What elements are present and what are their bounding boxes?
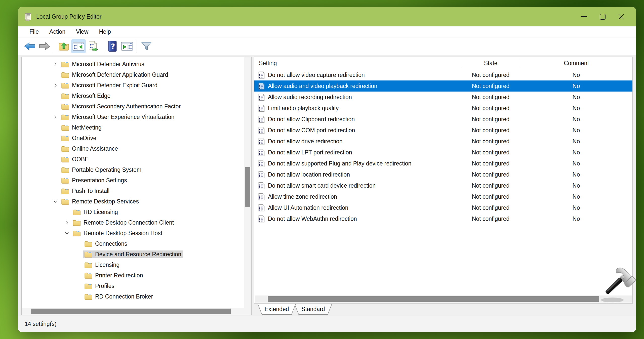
tree-item-content[interactable]: NetMeeting [60, 124, 104, 132]
tree-item-content[interactable]: Microsoft Secondary Authentication Facto… [60, 103, 183, 110]
minimize-button[interactable] [575, 7, 593, 26]
setting-row[interactable]: Allow time zone redirectionNot configure… [254, 191, 632, 202]
setting-row[interactable]: Do not allow drive redirectionNot config… [254, 136, 632, 147]
tree-item-content[interactable]: Connections [83, 240, 129, 248]
menu-action[interactable]: Action [44, 28, 71, 35]
column-header-setting[interactable]: Setting [254, 59, 461, 68]
setting-row[interactable]: Allow audio and video playback redirecti… [254, 80, 632, 92]
maximize-button[interactable] [593, 7, 612, 26]
tree-item-content[interactable]: Microsoft Defender Application Guard [60, 71, 170, 79]
tree-item[interactable]: Remote Desktop Session Host [22, 228, 244, 238]
setting-row[interactable]: Do not allow Clipboard redirectionNot co… [254, 114, 632, 125]
setting-row[interactable]: Allow UI Automation redirectionNot confi… [254, 202, 632, 213]
chevron-down-icon[interactable] [52, 198, 59, 205]
setting-row[interactable]: Allow audio recording redirectionNot con… [254, 92, 632, 103]
tree-item[interactable]: Microsoft Secondary Authentication Facto… [22, 101, 244, 112]
forward-button[interactable] [37, 39, 52, 53]
menu-help[interactable]: Help [94, 28, 116, 35]
help-button[interactable]: ? [105, 39, 120, 53]
show-console-tree-button[interactable] [71, 39, 86, 53]
tree-item[interactable]: OneDrive [22, 133, 244, 143]
filter-button[interactable] [139, 39, 154, 53]
list-horizontal-scrollbar-thumb[interactable] [268, 296, 599, 302]
tree-item[interactable]: Remote Desktop Services [22, 196, 244, 207]
tree-item[interactable]: Microsoft Edge [22, 91, 244, 101]
title-bar[interactable]: Local Group Policy Editor [18, 7, 636, 26]
tree-item[interactable]: RD Licensing [22, 207, 244, 217]
tree-item-content[interactable]: RD Connection Broker [83, 293, 155, 301]
tree-item[interactable]: Push To Install [22, 186, 244, 196]
tree-item[interactable]: Microsoft User Experience Virtualization [22, 112, 244, 122]
tree-item[interactable]: Portable Operating System [22, 164, 244, 175]
setting-name: Allow audio recording redirection [268, 94, 352, 101]
chevron-right-icon[interactable] [52, 82, 59, 89]
tree-horizontal-scrollbar-thumb[interactable] [31, 309, 231, 314]
chevron-right-icon[interactable] [64, 219, 70, 226]
tree-item-content[interactable]: Licensing [83, 261, 122, 269]
tree-item-content[interactable]: Microsoft User Experience Virtualization [60, 113, 176, 121]
list-horizontal-scrollbar[interactable] [255, 295, 632, 303]
folder-icon [84, 293, 92, 300]
setting-comment: No [520, 138, 632, 145]
menu-file[interactable]: File [24, 28, 44, 35]
export-list-button[interactable] [86, 39, 100, 53]
tree-item[interactable]: Printer Redirection [22, 270, 244, 281]
tree-item-selected-highlight[interactable]: Device and Resource Redirection [83, 250, 183, 258]
tree-item-content[interactable]: Online Assistance [60, 145, 120, 153]
tree-item[interactable]: NetMeeting [22, 122, 244, 133]
tree-item[interactable]: Remote Desktop Connection Client [22, 217, 244, 228]
tree-item-content[interactable]: Remote Desktop Session Host [72, 229, 164, 237]
tree-item-content[interactable]: Push To Install [60, 187, 111, 195]
folder-icon [61, 103, 69, 110]
menu-view[interactable]: View [71, 28, 94, 35]
show-action-pane-button[interactable] [120, 39, 134, 53]
close-button[interactable] [612, 7, 630, 26]
setting-row[interactable]: Do not allow supported Plug and Play dev… [254, 158, 632, 169]
tree-item-content[interactable]: RD Licensing [72, 208, 120, 216]
setting-comment: No [520, 204, 632, 211]
tree-item[interactable]: RD Connection Broker [22, 291, 244, 302]
tree-item-content[interactable]: Remote Desktop Services [60, 198, 141, 205]
tree-item[interactable]: Presentation Settings [22, 175, 244, 186]
tree-item[interactable]: OOBE [22, 154, 244, 164]
up-one-level-button[interactable] [57, 39, 71, 53]
chevron-down-icon[interactable] [64, 230, 70, 236]
tree-item-content[interactable]: Profiles [83, 282, 116, 290]
tree-item-content[interactable]: Microsoft Defender Antivirus [60, 60, 146, 68]
tree-item[interactable]: Licensing [22, 260, 244, 270]
column-header-comment[interactable]: Comment [520, 59, 632, 68]
tab-standard[interactable]: Standard [294, 304, 332, 315]
tree-vertical-scrollbar-thumb[interactable] [245, 167, 250, 207]
setting-row[interactable]: Limit audio playback qualityNot configur… [254, 103, 632, 114]
setting-state: Not configured [461, 138, 520, 145]
tree-item[interactable]: Microsoft Defender Application Guard [22, 69, 244, 80]
setting-row[interactable]: Do not allow smart card device redirecti… [254, 180, 632, 191]
tree-horizontal-scrollbar[interactable] [22, 308, 244, 315]
tree-item-content[interactable]: Printer Redirection [83, 272, 145, 279]
setting-row[interactable]: Do not allow video capture redirectionNo… [254, 69, 632, 80]
setting-row[interactable]: Do not allow location redirectionNot con… [254, 169, 632, 180]
tree-item-content[interactable]: Remote Desktop Connection Client [72, 219, 176, 227]
tree-item-content[interactable]: Presentation Settings [60, 177, 129, 184]
setting-row[interactable]: Do not allow LPT port redirectionNot con… [254, 147, 632, 158]
tree-item[interactable]: Profiles [22, 281, 244, 291]
tree-item-content[interactable]: Microsoft Defender Exploit Guard [60, 81, 159, 89]
chevron-right-icon[interactable] [52, 61, 59, 67]
column-header-state[interactable]: State [461, 59, 520, 68]
tree-item-content[interactable]: Portable Operating System [60, 166, 143, 174]
tree-item[interactable]: Device and Resource Redirection [22, 249, 244, 260]
tab-extended[interactable]: Extended [258, 304, 296, 315]
tree-item-content[interactable]: OneDrive [60, 134, 98, 142]
tree-item[interactable]: Online Assistance [22, 143, 244, 154]
tree-item[interactable]: Microsoft Defender Antivirus [22, 59, 244, 69]
tree-item[interactable]: Microsoft Defender Exploit Guard [22, 80, 244, 91]
tree-item[interactable]: Connections [22, 238, 244, 249]
setting-row[interactable]: Do not allow WebAuthn redirectionNot con… [254, 213, 632, 224]
tree-item-content[interactable]: OOBE [60, 155, 91, 163]
setting-row[interactable]: Do not allow COM port redirectionNot con… [254, 125, 632, 136]
tree-item-content[interactable]: Microsoft Edge [60, 92, 112, 100]
tree-vertical-scrollbar[interactable] [244, 57, 251, 308]
chevron-right-icon[interactable] [52, 114, 59, 120]
tree-item-label: OOBE [72, 156, 89, 163]
back-button[interactable] [23, 39, 37, 53]
